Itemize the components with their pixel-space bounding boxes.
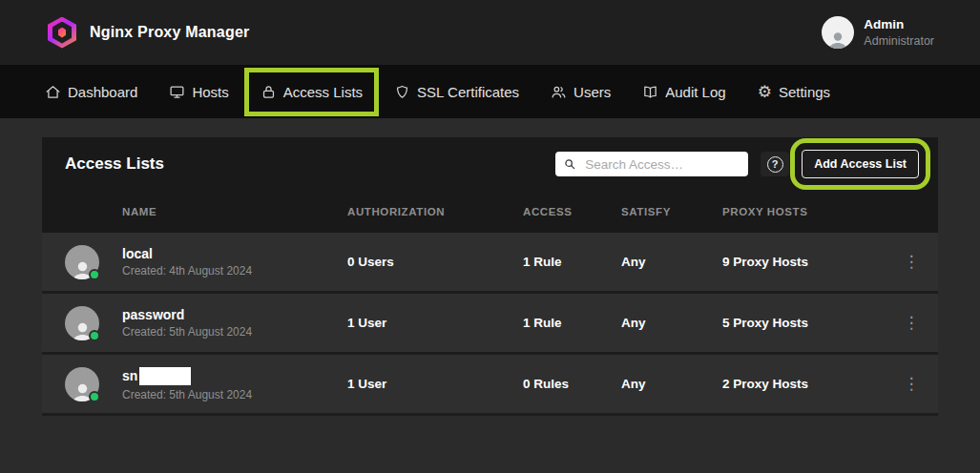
screen: Nginx Proxy Manager Admin Administrator … [0, 0, 980, 473]
proxy-hosts-cell: 2 Proxy Hosts [722, 377, 885, 391]
user-role: Administrator [864, 33, 934, 49]
table-row[interactable]: sn Created: 5th August 2024 1 User 0 Rul… [42, 355, 938, 416]
search-icon [563, 157, 576, 171]
app-logo-icon [48, 17, 76, 49]
proxy-hosts-cell: 5 Proxy Hosts [722, 316, 885, 330]
row-menu-button[interactable]: ⋮ [897, 313, 927, 333]
row-menu-button[interactable]: ⋮ [897, 252, 927, 272]
row-menu-button[interactable]: ⋮ [897, 374, 927, 394]
panel-header: Access Lists ? Add Access List [42, 137, 938, 191]
proxy-hosts-cell: 9 Proxy Hosts [722, 255, 885, 269]
nav-label: Settings [779, 84, 830, 100]
help-button[interactable]: ? [761, 152, 789, 176]
redaction-box [139, 367, 191, 385]
nav-item-hosts[interactable]: Hosts [166, 81, 231, 103]
name-cell: local Created: 4th August 2024 [122, 246, 347, 278]
brand: Nginx Proxy Manager [48, 17, 249, 49]
nav-label: Users [573, 84, 611, 100]
authorization-cell: 1 User [347, 377, 523, 391]
column-header-authorization: AUTHORIZATION [347, 206, 523, 217]
created-date: Created: 5th August 2024 [122, 325, 347, 339]
add-access-list-button[interactable]: Add Access List [802, 150, 919, 178]
satisfy-cell: Any [621, 316, 722, 330]
user-avatar [822, 16, 854, 49]
satisfy-cell: Any [621, 255, 722, 269]
app-title: Nginx Proxy Manager [90, 24, 249, 41]
row-avatar [65, 367, 99, 401]
access-list-name: password [122, 307, 347, 322]
access-list-name: local [122, 246, 347, 261]
content-area: Access Lists ? Add Access List [0, 118, 980, 416]
nav-item-ssl-certificates[interactable]: SSL Certificates [391, 81, 522, 103]
nav-item-access-lists[interactable]: Access Lists [258, 81, 365, 103]
column-header-proxy-hosts: PROXY HOSTS [722, 206, 885, 217]
user-name: Admin [864, 16, 934, 33]
name-cell: sn Created: 5th August 2024 [122, 367, 347, 401]
panel-actions: ? Add Access List [555, 150, 919, 178]
nav-item-dashboard[interactable]: Dashboard [42, 81, 140, 103]
table-body: local Created: 4th August 2024 0 Users 1… [42, 233, 938, 416]
access-lists-panel: Access Lists ? Add Access List [42, 137, 938, 416]
panel-top: Access Lists ? Add Access List [42, 137, 938, 233]
access-list-name: sn [122, 367, 347, 385]
book-icon [642, 84, 658, 100]
created-date: Created: 4th August 2024 [122, 264, 347, 278]
user-meta: Admin Administrator [864, 16, 934, 49]
column-header-access: ACCESS [523, 206, 621, 217]
nav-item-users[interactable]: Users [548, 81, 614, 103]
search-input[interactable] [583, 156, 740, 173]
nav-item-settings[interactable]: ⚙ Settings [755, 81, 833, 103]
access-cell: 1 Rule [523, 316, 621, 330]
online-status-dot [89, 330, 100, 341]
column-header-satisfy: SATISFY [621, 206, 722, 217]
shield-icon [394, 84, 410, 100]
row-avatar [65, 245, 99, 279]
user-menu[interactable]: Admin Administrator [822, 16, 934, 49]
nav-label: SSL Certificates [417, 84, 519, 100]
access-cell: 0 Rules [523, 377, 621, 391]
table-row[interactable]: password Created: 5th August 2024 1 User… [42, 294, 938, 355]
access-list-name-text: sn [122, 368, 137, 383]
online-status-dot [89, 269, 100, 280]
panel-title: Access Lists [65, 154, 164, 174]
nav-label: Access Lists [283, 84, 363, 100]
created-date: Created: 5th August 2024 [122, 388, 347, 401]
home-icon [45, 84, 61, 100]
gear-icon: ⚙ [758, 84, 772, 100]
nav-label: Hosts [192, 84, 228, 100]
authorization-cell: 1 User [347, 316, 523, 330]
table-row[interactable]: local Created: 4th August 2024 0 Users 1… [42, 233, 938, 294]
question-mark-icon: ? [767, 156, 783, 173]
search-box [555, 152, 748, 176]
monitor-icon [169, 84, 185, 100]
main-nav: Dashboard Hosts Access Lists SSL Certifi… [0, 65, 980, 118]
table-header-row: NAME AUTHORIZATION ACCESS SATISFY PROXY … [42, 191, 938, 233]
row-avatar [65, 306, 99, 340]
name-cell: password Created: 5th August 2024 [122, 307, 347, 339]
nav-label: Dashboard [68, 84, 137, 100]
users-icon [551, 84, 567, 100]
authorization-cell: 0 Users [347, 255, 523, 269]
column-header-name: NAME [122, 206, 347, 217]
nav-label: Audit Log [665, 84, 725, 100]
satisfy-cell: Any [621, 377, 722, 391]
nav-item-audit-log[interactable]: Audit Log [639, 81, 728, 103]
top-bar: Nginx Proxy Manager Admin Administrator [0, 0, 980, 65]
online-status-dot [89, 391, 100, 402]
access-cell: 1 Rule [523, 255, 621, 269]
lock-icon [261, 84, 277, 100]
